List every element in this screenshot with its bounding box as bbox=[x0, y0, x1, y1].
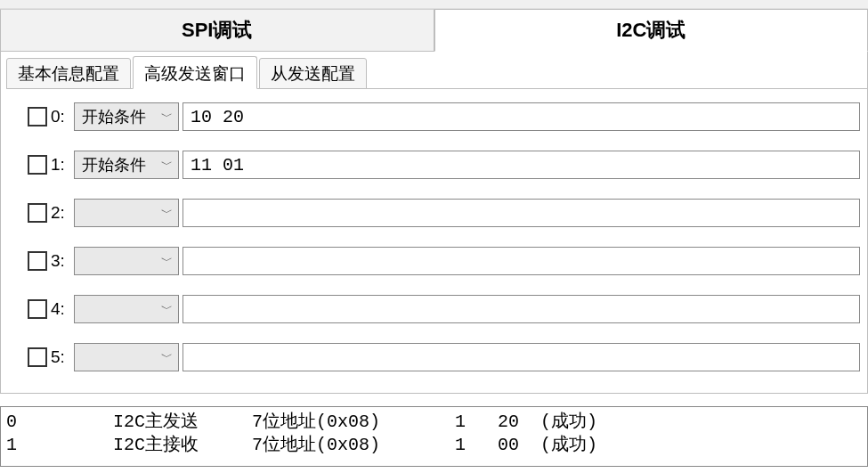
send-row: 0: 开始条件 ﹀ bbox=[28, 102, 860, 132]
row-condition-select[interactable]: ﹀ bbox=[74, 295, 179, 323]
send-row: 3: ﹀ bbox=[28, 246, 860, 276]
row-condition-select[interactable]: ﹀ bbox=[74, 199, 179, 227]
chevron-down-icon: ﹀ bbox=[161, 205, 173, 221]
row-checkbox[interactable] bbox=[28, 203, 47, 223]
row-condition-value: 开始条件 bbox=[82, 106, 146, 127]
row-checkbox[interactable] bbox=[28, 299, 47, 319]
row-checkbox[interactable] bbox=[28, 251, 47, 271]
tab-i2c[interactable]: I2C调试 bbox=[434, 9, 869, 52]
row-checkbox[interactable] bbox=[28, 155, 47, 175]
row-condition-select[interactable]: ﹀ bbox=[74, 247, 179, 275]
advanced-send-panel: 0: 开始条件 ﹀ 1: 开始条件 ﹀ 2: ﹀ bbox=[0, 89, 868, 394]
row-index-label: 3: bbox=[51, 251, 74, 271]
tab-advanced-send-label: 高级发送窗口 bbox=[144, 64, 246, 83]
row-checkbox[interactable] bbox=[28, 347, 47, 367]
tab-i2c-label: I2C调试 bbox=[616, 17, 685, 44]
row-condition-value: 开始条件 bbox=[82, 154, 146, 175]
log-line: 0 I2C主发送 7位地址(0x08) 1 20 (成功) bbox=[6, 412, 597, 432]
send-row: 4: ﹀ bbox=[28, 294, 860, 324]
chevron-down-icon: ﹀ bbox=[161, 253, 173, 269]
sub-tabs-container: 基本信息配置 高级发送窗口 从发送配置 bbox=[0, 52, 868, 89]
row-index-label: 4: bbox=[51, 299, 74, 319]
send-rows: 0: 开始条件 ﹀ 1: 开始条件 ﹀ 2: ﹀ bbox=[28, 102, 860, 372]
row-data-input[interactable] bbox=[183, 247, 860, 275]
chevron-down-icon: ﹀ bbox=[161, 157, 173, 173]
tab-basic-config[interactable]: 基本信息配置 bbox=[6, 58, 131, 89]
chevron-down-icon: ﹀ bbox=[161, 109, 173, 125]
tab-basic-config-label: 基本信息配置 bbox=[18, 64, 119, 83]
tab-advanced-send[interactable]: 高级发送窗口 bbox=[133, 56, 257, 89]
row-index-label: 1: bbox=[51, 155, 74, 175]
toolbar-strip bbox=[0, 0, 868, 9]
row-data-input[interactable] bbox=[183, 102, 860, 131]
chevron-down-icon: ﹀ bbox=[161, 349, 173, 365]
chevron-down-icon: ﹀ bbox=[161, 301, 173, 317]
row-index-label: 0: bbox=[51, 107, 74, 126]
row-condition-select[interactable]: 开始条件 ﹀ bbox=[74, 151, 179, 179]
row-condition-select[interactable]: 开始条件 ﹀ bbox=[74, 102, 179, 131]
send-row: 5: ﹀ bbox=[28, 342, 860, 372]
row-checkbox[interactable] bbox=[28, 107, 47, 126]
send-row: 1: 开始条件 ﹀ bbox=[28, 150, 860, 180]
tab-slave-send-config[interactable]: 从发送配置 bbox=[259, 58, 367, 89]
row-data-input[interactable] bbox=[183, 295, 860, 323]
row-condition-select[interactable]: ﹀ bbox=[74, 343, 179, 371]
row-data-input[interactable] bbox=[183, 343, 860, 371]
row-index-label: 5: bbox=[51, 347, 74, 367]
main-tabs: SPI调试 I2C调试 bbox=[0, 9, 868, 52]
tab-spi-label: SPI调试 bbox=[182, 17, 252, 44]
tab-slave-send-config-label: 从发送配置 bbox=[271, 64, 355, 83]
log-output[interactable]: 0 I2C主发送 7位地址(0x08) 1 20 (成功) 1 I2C主接收 7… bbox=[0, 406, 868, 467]
row-index-label: 2: bbox=[51, 203, 74, 223]
row-data-input[interactable] bbox=[183, 199, 860, 227]
tab-spi[interactable]: SPI调试 bbox=[0, 9, 434, 52]
send-row: 2: ﹀ bbox=[28, 198, 860, 228]
log-line: 1 I2C主接收 7位地址(0x08) 1 00 (成功) bbox=[6, 435, 597, 455]
sub-tabs: 基本信息配置 高级发送窗口 从发送配置 bbox=[6, 57, 867, 89]
row-data-input[interactable] bbox=[183, 151, 860, 179]
